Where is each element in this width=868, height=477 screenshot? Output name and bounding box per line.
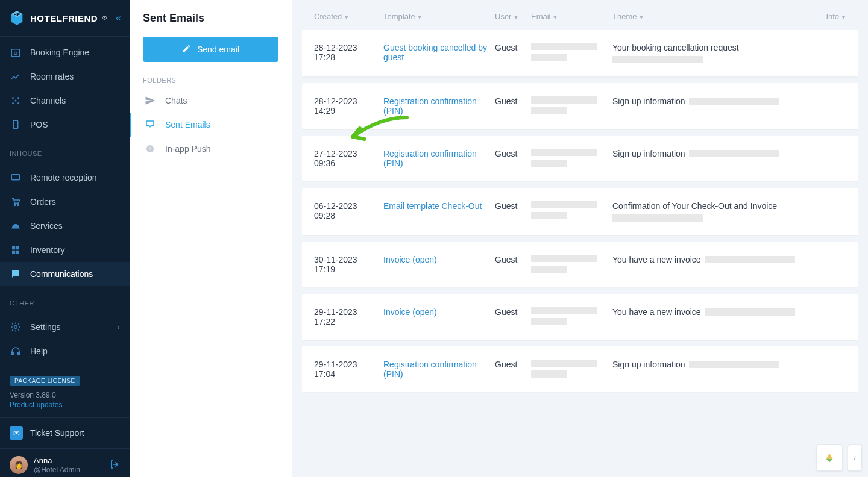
redacted-text bbox=[531, 266, 567, 273]
product-updates-link[interactable]: Product updates bbox=[10, 401, 120, 409]
svg-rect-14 bbox=[16, 246, 19, 249]
send-email-button[interactable]: Send email bbox=[143, 37, 278, 62]
svg-text:!: ! bbox=[149, 146, 151, 151]
col-created[interactable]: Created▼ bbox=[314, 12, 383, 21]
sort-icon: ▼ bbox=[513, 14, 518, 20]
nav-label: Communications bbox=[30, 269, 93, 279]
user-role: @Hotel Admin bbox=[34, 466, 103, 474]
svg-point-17 bbox=[14, 326, 17, 329]
bottom-widgets: ‹ bbox=[816, 444, 862, 471]
logo[interactable]: HF HOTELFRIEND® bbox=[8, 10, 107, 26]
widget-logo-icon[interactable] bbox=[816, 444, 843, 471]
folder-sent-emails[interactable]: Sent Emails bbox=[130, 113, 292, 137]
cell-theme: Your booking cancellation request bbox=[612, 43, 822, 63]
folder-label: Sent Emails bbox=[165, 120, 210, 129]
sort-icon: ▼ bbox=[638, 14, 644, 20]
table-row[interactable]: 28-12-202314:29 Registration confirmatio… bbox=[302, 83, 858, 129]
cell-theme: Sign up information bbox=[612, 96, 822, 106]
redacted-text bbox=[705, 308, 795, 316]
nav-communications[interactable]: Communications bbox=[0, 262, 130, 286]
svg-point-6 bbox=[17, 102, 19, 104]
main-content: Created▼ Template▼ User▼ Email▼ Theme▼ I… bbox=[292, 0, 868, 477]
folder-chats[interactable]: Chats bbox=[130, 89, 292, 113]
screen-icon bbox=[10, 172, 22, 184]
svg-point-2 bbox=[14, 52, 17, 55]
svg-point-11 bbox=[17, 204, 19, 205]
ticket-label: Ticket Support bbox=[30, 428, 84, 438]
table-header: Created▼ Template▼ User▼ Email▼ Theme▼ I… bbox=[302, 0, 858, 30]
svg-rect-19 bbox=[18, 352, 20, 355]
col-theme[interactable]: Theme▼ bbox=[612, 12, 822, 21]
chat-icon bbox=[10, 268, 22, 280]
nodes-icon bbox=[10, 95, 22, 107]
folders-column: Sent Emails Send email FOLDERS Chats Sen… bbox=[130, 0, 292, 477]
collapse-sidebar-button[interactable]: « bbox=[116, 13, 121, 23]
table-row[interactable]: 27-12-202309:36 Registration confirmatio… bbox=[302, 136, 858, 182]
cell-email bbox=[531, 149, 612, 167]
cart-icon bbox=[10, 196, 22, 208]
col-user[interactable]: User▼ bbox=[495, 12, 531, 21]
table-row[interactable]: 30-11-202317:19 Invoice (open) Guest You… bbox=[302, 242, 858, 288]
logout-icon[interactable] bbox=[109, 459, 120, 472]
sidebar-header: HF HOTELFRIEND® « bbox=[0, 0, 130, 37]
redacted-text bbox=[531, 255, 597, 262]
cell-email bbox=[531, 43, 612, 61]
col-template[interactable]: Template▼ bbox=[383, 12, 495, 21]
ticket-support-button[interactable]: ✉ Ticket Support bbox=[0, 417, 130, 448]
svg-rect-9 bbox=[11, 175, 20, 180]
nav-orders[interactable]: Orders bbox=[0, 190, 130, 214]
cell-user: Guest bbox=[495, 201, 531, 211]
chart-line-icon bbox=[10, 70, 22, 83]
chevron-double-left-icon: « bbox=[116, 13, 121, 23]
cloche-icon bbox=[10, 220, 22, 232]
table-row[interactable]: 29-11-202317:04 Registration confirmatio… bbox=[302, 346, 858, 393]
nav-pos[interactable]: POS bbox=[0, 113, 130, 137]
nav-help[interactable]: Help bbox=[0, 339, 130, 363]
folder-label: Chats bbox=[165, 96, 187, 105]
sort-icon: ▼ bbox=[841, 14, 846, 20]
template-link[interactable]: Invoice (open) bbox=[383, 307, 437, 317]
template-link[interactable]: Guest booking cancelled by guest bbox=[383, 43, 487, 62]
user-block: 👩 Anna @Hotel Admin bbox=[0, 448, 130, 477]
nav-services[interactable]: Services bbox=[0, 214, 130, 238]
widget-collapse-button[interactable]: ‹ bbox=[848, 444, 862, 471]
col-email[interactable]: Email▼ bbox=[531, 12, 612, 21]
table-row[interactable]: 28-12-202317:28 Guest booking cancelled … bbox=[302, 30, 858, 77]
redacted-text bbox=[531, 54, 567, 61]
nav-inventory[interactable]: Inventory bbox=[0, 238, 130, 262]
folder-inapp-push[interactable]: ! In-app Push bbox=[130, 137, 292, 161]
nav-remote-reception[interactable]: Remote reception bbox=[0, 166, 130, 190]
nav-booking-engine[interactable]: Booking Engine bbox=[0, 40, 130, 64]
nav-room-rates[interactable]: Room rates bbox=[0, 64, 130, 89]
cell-email bbox=[531, 201, 612, 219]
cell-template: Registration confirmation (PIN) bbox=[383, 149, 495, 168]
cell-created: 06-12-202309:28 bbox=[314, 201, 383, 220]
nav-channels[interactable]: Channels bbox=[0, 89, 130, 113]
license-badge: PACKAGE LICENSE bbox=[10, 376, 80, 386]
col-info[interactable]: Info▼ bbox=[822, 12, 846, 21]
template-link[interactable]: Email template Check-Out bbox=[383, 201, 482, 211]
template-link[interactable]: Registration confirmation (PIN) bbox=[383, 96, 477, 116]
template-link[interactable]: Invoice (open) bbox=[383, 255, 437, 264]
sidebar: HF HOTELFRIEND® « Booking Engine Room ra… bbox=[0, 0, 130, 477]
nav-other: Settings › Help bbox=[0, 311, 130, 367]
version-label: Version 3.89.0 bbox=[10, 391, 120, 399]
template-link[interactable]: Registration confirmation (PIN) bbox=[383, 360, 477, 379]
redacted-text bbox=[531, 318, 567, 325]
svg-point-3 bbox=[12, 97, 14, 99]
nav-label: Inventory bbox=[30, 245, 65, 255]
svg-point-5 bbox=[12, 102, 14, 104]
table-row[interactable]: 29-11-202317:22 Invoice (open) Guest You… bbox=[302, 294, 858, 340]
redacted-text bbox=[531, 201, 597, 208]
cell-template: Guest booking cancelled by guest bbox=[383, 43, 495, 62]
ticket-icon: ✉ bbox=[10, 426, 23, 440]
redacted-text bbox=[689, 361, 779, 368]
avatar[interactable]: 👩 bbox=[10, 456, 28, 474]
template-link[interactable]: Registration confirmation (PIN) bbox=[383, 149, 477, 168]
table-row[interactable]: 06-12-202309:28 Email template Check-Out… bbox=[302, 188, 858, 235]
redacted-text bbox=[531, 212, 567, 219]
cell-theme: Confirmation of Your Check-Out and Invoi… bbox=[612, 201, 822, 222]
nav-settings[interactable]: Settings › bbox=[0, 315, 130, 339]
redacted-text bbox=[689, 98, 779, 105]
group-inhouse: INHOUSE bbox=[0, 140, 130, 162]
